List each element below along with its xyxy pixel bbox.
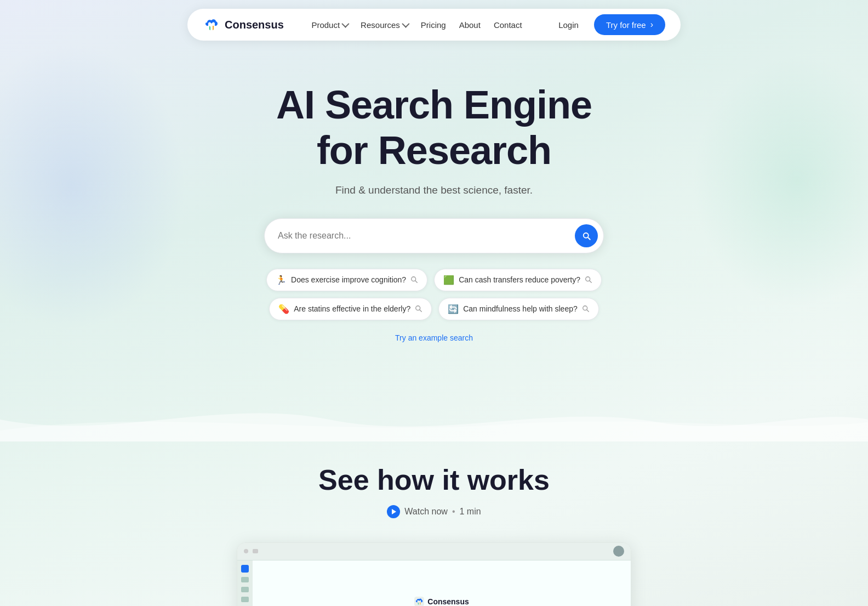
suggestion-statins[interactable]: 💊 Are statins effective in the elderly? — [269, 298, 432, 320]
hero-subtitle: Find & understand the best science, fast… — [11, 184, 857, 196]
watch-now-row: Watch now • 1 min — [11, 505, 857, 518]
topbar-avatar — [613, 546, 624, 557]
pill-search-icon-2 — [415, 305, 422, 313]
svg-rect-0 — [203, 16, 220, 33]
pill-search-icon-0 — [410, 276, 418, 284]
sidebar-nav-icon-3 — [241, 597, 249, 602]
topbar-icon-2 — [253, 549, 258, 553]
navbar: Consensus Product Resources Pricing Abou… — [0, 0, 868, 49]
topbar-icon-1 — [244, 549, 248, 553]
dot-separator: • — [452, 507, 455, 517]
video-topbar — [237, 543, 631, 560]
logo-text: Consensus — [225, 19, 284, 31]
sidebar-nav-icon-1 — [241, 577, 249, 582]
video-logo-row: Consensus — [414, 597, 469, 606]
suggestion-exercise[interactable]: 🏃 Does exercise improve cognition? — [266, 269, 427, 291]
logo-icon — [203, 16, 220, 33]
try-example-link[interactable]: Try an example search — [395, 333, 473, 342]
pill-search-icon-3 — [582, 305, 590, 313]
product-chevron-icon — [341, 20, 349, 28]
nav-pricing[interactable]: Pricing — [421, 20, 446, 30]
video-sidebar — [237, 560, 253, 606]
nav-product[interactable]: Product — [311, 20, 347, 30]
video-preview: Consensus Find the best science, faster.… — [0, 542, 868, 606]
svg-rect-5 — [414, 597, 424, 606]
sidebar-logo-icon — [241, 565, 249, 573]
how-it-works-title: See how it works — [11, 463, 857, 496]
logo[interactable]: Consensus — [203, 16, 284, 33]
video-duration: 1 min — [460, 507, 481, 517]
how-it-works-section: See how it works Watch now • 1 min — [0, 441, 868, 529]
pill-search-icon-1 — [585, 276, 592, 284]
video-logo-icon — [414, 597, 424, 606]
nav-about[interactable]: About — [459, 20, 481, 30]
search-input[interactable] — [278, 231, 575, 241]
login-button[interactable]: Login — [550, 16, 587, 34]
hero-title: AI Search Engine for Research — [11, 82, 857, 173]
nav-actions: Login Try for free › — [550, 14, 665, 35]
arrow-right-icon: › — [650, 20, 653, 30]
search-bar — [264, 218, 604, 253]
video-content: Consensus Find the best science, faster.… — [253, 560, 631, 606]
sidebar-nav-icon-2 — [241, 587, 249, 592]
suggestion-mindfulness[interactable]: 🔄 Can mindfulness help with sleep? — [438, 298, 599, 320]
play-triangle-icon — [392, 509, 396, 514]
try-for-free-button[interactable]: Try for free › — [594, 14, 665, 35]
nav-contact[interactable]: Contact — [494, 20, 522, 30]
watch-now-label[interactable]: Watch now — [404, 507, 448, 517]
nav-resources[interactable]: Resources — [361, 20, 408, 30]
suggestions: 🏃 Does exercise improve cognition? 🟩 Can… — [11, 269, 857, 320]
search-button[interactable] — [575, 224, 598, 247]
resources-chevron-icon — [402, 20, 409, 28]
hero-section: AI Search Engine for Research Find & und… — [0, 49, 868, 365]
suggestions-row-1: 🏃 Does exercise improve cognition? 🟩 Can… — [266, 269, 602, 291]
wave-divider — [0, 398, 868, 441]
suggestions-row-2: 💊 Are statins effective in the elderly? … — [269, 298, 599, 320]
suggestion-cash-transfers[interactable]: 🟩 Can cash transfers reduce poverty? — [434, 269, 602, 291]
search-icon — [581, 231, 591, 241]
nav-links: Product Resources Pricing About Contact — [306, 20, 528, 30]
video-inner-logo: Consensus — [427, 597, 469, 606]
play-button[interactable] — [387, 505, 400, 518]
search-container — [11, 218, 857, 253]
video-frame[interactable]: Consensus Find the best science, faster.… — [237, 542, 631, 606]
